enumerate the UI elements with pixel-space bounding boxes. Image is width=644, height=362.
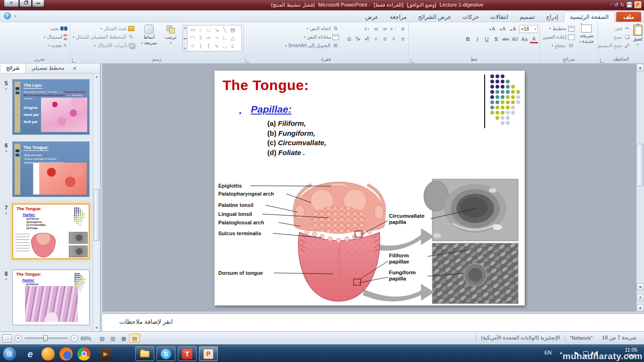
text-direction-button[interactable]: ⇅اتجاه النص▾ bbox=[284, 25, 340, 33]
shape-icon[interactable]: ○ bbox=[197, 26, 205, 34]
zoom-slider-thumb[interactable] bbox=[43, 335, 48, 341]
replace-button[interactable]: abacاستبدال▾ bbox=[43, 33, 68, 41]
tab-review[interactable]: مراجعة bbox=[384, 12, 413, 22]
taskbar-t-app-button[interactable]: T bbox=[178, 346, 197, 361]
tab-insert[interactable]: إدراج bbox=[540, 12, 564, 22]
bullets-icon[interactable]: ≣ bbox=[399, 25, 407, 33]
ltr-direction-icon[interactable]: ▸¶ bbox=[354, 35, 362, 43]
scroll-down-icon[interactable]: ▼ bbox=[93, 325, 100, 331]
shape-icon[interactable]: ▭ bbox=[189, 26, 197, 34]
restore-button[interactable] bbox=[19, 0, 32, 7]
slide-thumbnail-5[interactable]: 5 ✶ The Lips: Externally (outside): Thin… bbox=[0, 79, 92, 135]
align-center-icon[interactable]: ≡ bbox=[390, 35, 398, 43]
font-size-combobox[interactable]: +18▾ bbox=[519, 25, 538, 33]
align-text-button[interactable]: محاذاة النص▾ bbox=[284, 33, 340, 41]
shape-icon[interactable]: ∿ bbox=[213, 42, 221, 50]
shape-outline-button[interactable]: ✎المخطط التفصيلي للشكل▾ bbox=[72, 33, 135, 41]
zoom-out-button[interactable]: − bbox=[71, 335, 78, 342]
undo-icon[interactable]: ↺ bbox=[614, 1, 619, 8]
save-icon[interactable] bbox=[627, 2, 632, 8]
select-button[interactable]: ↖تحديد▾ bbox=[43, 41, 68, 49]
numbering-icon[interactable]: ⋮≡ bbox=[390, 25, 398, 33]
internet-explorer-icon[interactable]: e bbox=[24, 347, 37, 361]
tab-outline[interactable]: مخطط تفصيلي bbox=[25, 64, 70, 73]
previous-slide-button[interactable]: ⇞ bbox=[636, 294, 644, 301]
slide-heading-papillae[interactable]: Papillae: bbox=[251, 104, 291, 115]
copy-button[interactable]: ❏نسخ bbox=[596, 33, 632, 41]
justify-icon[interactable]: ≡ bbox=[372, 35, 380, 43]
shape-effects-button[interactable]: تأثيرات الأشكال▾ bbox=[72, 41, 135, 49]
find-button[interactable]: بحث bbox=[43, 25, 68, 33]
zoom-slider[interactable] bbox=[25, 337, 68, 339]
shape-icon[interactable]: ∟ bbox=[221, 34, 229, 42]
minimize-ribbon-icon[interactable]: ▵ bbox=[14, 13, 17, 18]
slide-thumbnail-6[interactable]: 6 ✶ The Tongue: -Body and base. -Sulcus … bbox=[0, 141, 92, 197]
zoom-in-button[interactable]: + bbox=[15, 335, 22, 342]
shape-icon[interactable]: ⇩ bbox=[197, 34, 205, 42]
thumbnails-scrollbar[interactable]: ▲ ▼ bbox=[93, 74, 100, 331]
reading-view-button[interactable]: ▥ bbox=[107, 334, 118, 343]
scroll-down-icon[interactable]: ▼ bbox=[636, 283, 644, 291]
tab-transitions[interactable]: انتقالات bbox=[485, 12, 514, 22]
shapes-gallery-scrollbar[interactable]: ▲▬▼ bbox=[182, 25, 187, 51]
zoom-percentage[interactable]: 69% bbox=[81, 336, 91, 341]
line-spacing-icon[interactable]: ↕≡ bbox=[363, 25, 371, 33]
section-button[interactable]: ⊟مقطع▾ bbox=[541, 41, 576, 49]
shrink-font-button[interactable]: A▼ bbox=[498, 25, 506, 33]
paste-button[interactable]: لصق▾ bbox=[633, 23, 643, 57]
notes-pane[interactable]: انقر لإضافة ملاحظات bbox=[102, 313, 644, 331]
shape-fill-button[interactable]: تعبئة الشكل▾ bbox=[72, 25, 135, 33]
shape-icon[interactable]: } bbox=[197, 42, 205, 50]
align-left-icon[interactable]: ≣ bbox=[381, 35, 389, 43]
character-spacing-button[interactable]: AV bbox=[511, 35, 519, 43]
shape-icon[interactable]: ☆ bbox=[189, 42, 197, 50]
help-icon[interactable]: ? bbox=[4, 12, 11, 19]
columns-icon[interactable]: ▥ bbox=[345, 35, 353, 43]
taskbar-powerpoint-button[interactable]: P bbox=[199, 346, 218, 361]
tab-file[interactable]: ملف bbox=[616, 12, 641, 22]
format-painter-button[interactable]: 🖉نسخ التنسيق bbox=[596, 41, 632, 49]
grow-font-button[interactable]: A▲ bbox=[509, 25, 517, 33]
firefox-icon[interactable] bbox=[59, 347, 73, 361]
strikethrough-button[interactable]: abe bbox=[502, 35, 510, 43]
shape-icon[interactable]: ◡ bbox=[221, 42, 229, 50]
slideshow-view-button[interactable]: ▧ bbox=[97, 334, 107, 343]
reset-button[interactable]: إعادة التعيين bbox=[541, 33, 576, 41]
slide-sorter-view-button[interactable]: ▦ bbox=[118, 334, 129, 343]
tab-slideshow[interactable]: عرض الشرائح bbox=[413, 12, 457, 22]
scroll-up-icon[interactable]: ▲ bbox=[636, 64, 644, 71]
bold-button[interactable]: B bbox=[464, 35, 472, 43]
shapes-gallery[interactable]: ▭○□↘╲▤◠⇩⇨¬∟△☆}{∿◡ς bbox=[187, 25, 242, 51]
arrange-button[interactable]: ترتيب▾ bbox=[161, 23, 181, 57]
decrease-indent-icon[interactable]: ≪ bbox=[381, 25, 389, 33]
gom-player-icon[interactable] bbox=[41, 347, 55, 361]
taskbar-skype-button[interactable]: S bbox=[157, 346, 175, 361]
clear-formatting-button[interactable]: A✦ bbox=[488, 25, 496, 33]
repeat-icon[interactable]: ↻ bbox=[620, 1, 625, 8]
drawing-dialog-launcher[interactable] bbox=[72, 59, 76, 63]
tab-animations[interactable]: حركات bbox=[457, 12, 485, 22]
powerdvd-icon[interactable]: ▶ bbox=[99, 347, 112, 361]
shape-icon[interactable]: ▤ bbox=[229, 26, 237, 34]
slide-canvas[interactable]: The Tongue: • Papillae: (a) Filiform, (b… bbox=[215, 71, 525, 305]
powerpoint-app-icon[interactable]: P bbox=[634, 1, 642, 8]
paragraph-dialog-launcher[interactable] bbox=[246, 59, 249, 63]
next-slide-button[interactable]: ⇟ bbox=[636, 304, 644, 312]
tab-home[interactable]: الصفحة الرئيسية bbox=[564, 11, 615, 22]
shape-icon[interactable]: ╲ bbox=[221, 26, 229, 34]
shape-icon[interactable]: ◠ bbox=[189, 34, 197, 42]
underline-button[interactable]: U bbox=[483, 35, 491, 43]
quick-styles-button[interactable]: أنماط سريعة ▾ bbox=[139, 23, 159, 57]
convert-smartart-button[interactable]: ⊞التحويل إلى SmartArt▾ bbox=[284, 41, 340, 49]
increase-indent-icon[interactable]: ≫ bbox=[372, 25, 380, 33]
shape-icon[interactable]: ¬ bbox=[213, 34, 221, 42]
text-shadow-button[interactable]: S bbox=[492, 35, 500, 43]
cut-button[interactable]: ✂قص bbox=[596, 25, 632, 33]
shape-icon[interactable]: ⇨ bbox=[205, 34, 213, 42]
shape-icon[interactable]: □ bbox=[205, 26, 213, 34]
shape-icon[interactable]: { bbox=[205, 42, 213, 50]
minimize-button[interactable] bbox=[32, 0, 44, 7]
tab-slides-thumbnails[interactable]: شرائح bbox=[0, 64, 25, 73]
italic-button[interactable]: I bbox=[473, 35, 481, 43]
layout-button[interactable]: تخطيط▾ bbox=[541, 25, 576, 33]
